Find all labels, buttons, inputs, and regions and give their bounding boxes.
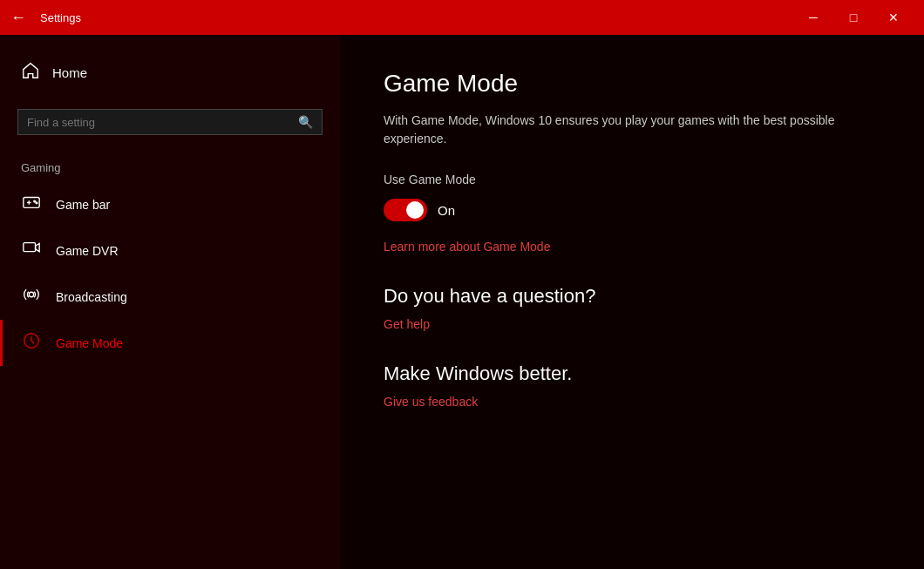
toggle-status: On: [438, 203, 455, 218]
svg-point-4: [36, 202, 37, 204]
question-heading: Do you have a question?: [384, 285, 880, 308]
app-title: Settings: [40, 11, 793, 24]
content-area: Game Mode With Game Mode, Windows 10 ens…: [340, 35, 924, 569]
page-description: With Game Mode, Windows 10 ensures you p…: [384, 112, 880, 148]
svg-point-3: [34, 200, 36, 202]
sidebar-section-label: Gaming: [0, 158, 340, 181]
search-box[interactable]: 🔍: [17, 109, 323, 135]
feedback-link[interactable]: Give us feedback: [384, 395, 478, 409]
broadcasting-label: Broadcasting: [56, 290, 127, 304]
maximize-button[interactable]: □: [833, 0, 873, 35]
home-icon: [21, 61, 40, 85]
main-layout: Home 🔍 Gaming Game bar: [0, 35, 924, 569]
game-mode-label: Game Mode: [56, 336, 123, 350]
game-bar-label: Game bar: [56, 198, 110, 212]
sidebar: Home 🔍 Gaming Game bar: [0, 35, 340, 569]
home-svg: [21, 61, 40, 80]
close-button[interactable]: ✕: [873, 0, 914, 35]
sidebar-item-home[interactable]: Home: [0, 52, 340, 93]
minimize-button[interactable]: ─: [793, 0, 833, 35]
toggle-thumb: [406, 201, 424, 219]
search-icon: 🔍: [298, 115, 313, 129]
game-dvr-icon: [21, 239, 42, 262]
search-container: 🔍: [0, 102, 340, 142]
svg-point-6: [29, 292, 34, 297]
title-bar: ← Settings ─ □ ✕: [0, 0, 924, 35]
window-controls: ─ □ ✕: [793, 0, 914, 35]
home-label: Home: [52, 65, 87, 80]
game-bar-icon: [21, 193, 42, 216]
toggle-row: On: [384, 199, 880, 221]
svg-rect-5: [24, 243, 36, 252]
sidebar-item-game-mode[interactable]: Game Mode: [0, 320, 340, 366]
sidebar-item-game-bar[interactable]: Game bar: [0, 181, 340, 227]
sidebar-item-broadcasting[interactable]: Broadcasting: [0, 274, 340, 320]
game-mode-toggle[interactable]: [384, 199, 427, 221]
sidebar-item-game-dvr[interactable]: Game DVR: [0, 227, 340, 274]
page-title: Game Mode: [384, 70, 880, 98]
get-help-link[interactable]: Get help: [384, 317, 430, 331]
broadcasting-icon: [21, 285, 42, 308]
learn-more-link[interactable]: Learn more about Game Mode: [384, 240, 550, 254]
game-mode-icon: [21, 331, 42, 355]
toggle-label: Use Game Mode: [384, 173, 880, 186]
back-button[interactable]: ←: [10, 9, 26, 27]
search-input[interactable]: [27, 116, 298, 129]
feedback-heading: Make Windows better.: [384, 362, 880, 385]
game-dvr-label: Game DVR: [56, 244, 119, 258]
